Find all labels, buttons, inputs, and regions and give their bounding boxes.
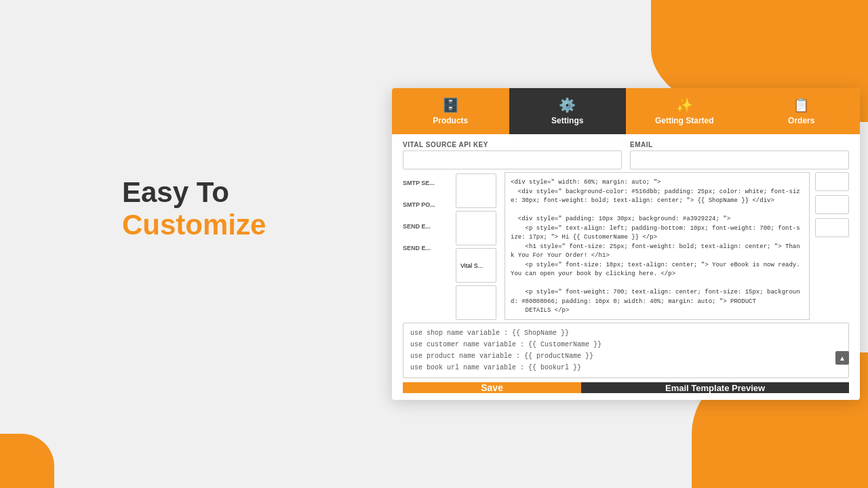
email-input[interactable]	[630, 150, 849, 169]
smtp-inputs-col	[456, 172, 496, 320]
email-group: EMAIL	[630, 141, 849, 169]
send-email-from-input[interactable]	[456, 248, 496, 283]
var-line-1: use shop name variable : {{ ShopName }}	[410, 327, 842, 339]
nav-label-settings: Settings	[551, 116, 583, 125]
send-email-from2-input[interactable]	[456, 285, 496, 320]
side-input-1[interactable]	[815, 172, 849, 191]
nav-label-getting-started: Getting Started	[655, 116, 714, 125]
scroll-up-area: ▲	[835, 351, 849, 365]
getting-started-icon: ✨	[676, 97, 693, 113]
bg-decoration-bottom-left	[0, 434, 54, 488]
vital-source-group: VITAL SOURCE API KEY	[403, 141, 622, 169]
smtp-port-input[interactable]	[456, 211, 496, 245]
smtp-labels-col: SMTP SE... SMTP PO... SEND E... SEND E..…	[403, 172, 450, 320]
smtp-port-label: SMTP PO...	[403, 195, 450, 214]
send-email-label1: SEND E...	[403, 217, 450, 236]
code-content: <div style=" width: 60%; margin: auto; "…	[505, 173, 809, 319]
settings-icon: ⚙️	[559, 97, 576, 113]
vital-source-label: VITAL SOURCE API KEY	[403, 141, 622, 148]
nav-label-products: Products	[433, 116, 468, 125]
nav-item-orders[interactable]: 📋 Orders	[743, 88, 861, 134]
window-content: VITAL SOURCE API KEY EMAIL SMTP SE... SM…	[392, 134, 860, 400]
var-line-3: use product name variable : {{ productNa…	[410, 350, 842, 362]
side-input-2[interactable]	[815, 195, 849, 214]
nav-item-getting-started[interactable]: ✨ Getting Started	[626, 88, 743, 134]
smtp-server-label: SMTP SE...	[403, 174, 450, 192]
nav-label-orders: Orders	[788, 116, 814, 125]
orders-icon: 📋	[793, 97, 810, 113]
top-form-section: VITAL SOURCE API KEY EMAIL	[392, 134, 860, 169]
side-inputs-right	[815, 172, 849, 320]
send-email-label2: SEND E...	[403, 239, 450, 258]
side-input-3[interactable]	[815, 218, 849, 237]
nav-bar: 🗄️ Products ⚙️ Settings ✨ Getting Starte…	[392, 88, 860, 134]
nav-item-settings[interactable]: ⚙️ Settings	[509, 88, 627, 134]
scroll-up-button[interactable]: ▲	[835, 351, 849, 365]
variables-box: use shop name variable : {{ ShopName }} …	[403, 323, 849, 378]
api-email-row: VITAL SOURCE API KEY EMAIL	[403, 141, 849, 169]
products-icon: 🗄️	[442, 97, 459, 113]
var-line-4: use book url name variable : {{ bookurl …	[410, 362, 842, 373]
preview-button[interactable]: Email Template Preview	[581, 382, 849, 393]
buttons-section: Save Email Template Preview	[392, 378, 860, 400]
hero-text-block: Easy To Customize	[122, 176, 266, 241]
var-line-2: use customer name variable : {{ Customer…	[410, 339, 842, 350]
app-window: 🗄️ Products ⚙️ Settings ✨ Getting Starte…	[392, 88, 860, 400]
code-editor-main[interactable]: <div style=" width: 60%; margin: auto; "…	[505, 172, 810, 320]
hero-line1: Easy To	[122, 176, 266, 209]
code-editor-wrapper: SMTP SE... SMTP PO... SEND E... SEND E..…	[403, 172, 849, 320]
variables-section: use shop name variable : {{ ShopName }} …	[392, 320, 860, 378]
vital-source-input[interactable]	[403, 150, 622, 169]
smtp-server-input[interactable]	[456, 174, 496, 208]
nav-item-products[interactable]: 🗄️ Products	[392, 88, 509, 134]
code-section: SMTP SE... SMTP PO... SEND E... SEND E..…	[392, 169, 860, 320]
save-button[interactable]: Save	[403, 382, 581, 393]
email-label: EMAIL	[630, 141, 849, 148]
hero-line2: Customize	[122, 209, 266, 241]
